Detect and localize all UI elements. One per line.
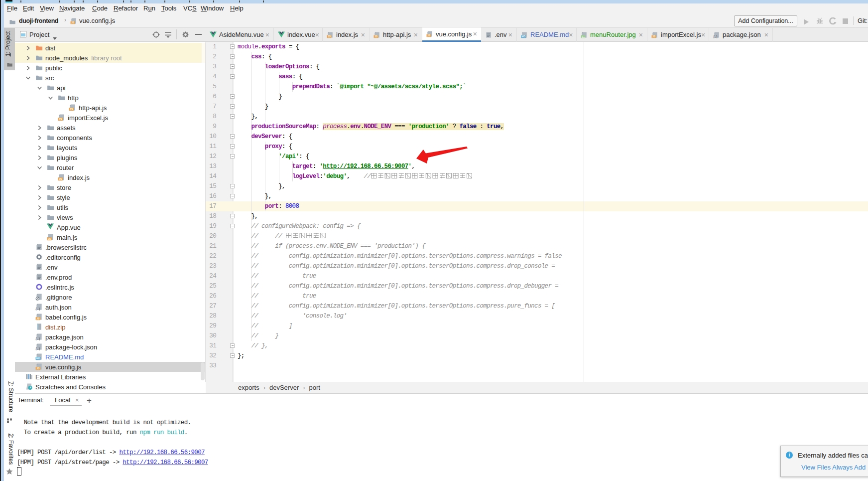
svg-text:JS: JS	[71, 21, 75, 24]
svg-text:JS: JS	[59, 118, 62, 121]
svg-text:JS: JS	[652, 35, 656, 38]
svg-text:JS: JS	[36, 367, 40, 370]
svg-text:{..}: {..}	[35, 337, 40, 340]
svg-text:JS: JS	[328, 35, 331, 38]
svg-text:{..}: {..}	[35, 347, 40, 350]
svg-text:JS: JS	[59, 177, 62, 180]
svg-text:MD: MD	[36, 357, 40, 360]
svg-text:{..}: {..}	[713, 35, 718, 38]
svg-text:JS: JS	[374, 35, 378, 38]
svg-text:{..}: {..}	[35, 307, 40, 311]
svg-text:JS: JS	[36, 317, 40, 320]
svg-text:JS: JS	[427, 34, 431, 37]
svg-text:MD: MD	[521, 35, 525, 38]
svg-text:JS: JS	[70, 108, 73, 111]
svg-text:JS: JS	[48, 237, 51, 240]
